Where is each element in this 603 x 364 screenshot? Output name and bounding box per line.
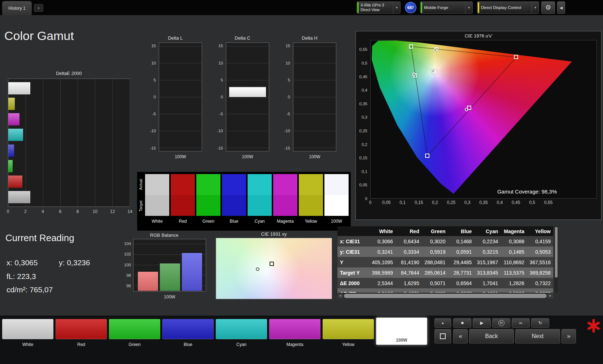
display-control-dropdown[interactable]: Direct Display Control ▼ bbox=[477, 1, 539, 14]
patch-button-magenta[interactable] bbox=[269, 319, 320, 339]
gridline bbox=[226, 148, 269, 148]
axis-tick: -15 bbox=[150, 146, 156, 150]
patch-label: 100W bbox=[376, 338, 427, 343]
scrollbar-thumb[interactable] bbox=[555, 227, 558, 278]
ddc-status-stripe bbox=[478, 2, 479, 13]
patch-button-yellow[interactable] bbox=[323, 319, 374, 339]
cell-value: 367,5516 bbox=[527, 257, 553, 267]
axis-tick: 0,2 bbox=[432, 200, 438, 205]
cell-value: 0,6564 bbox=[448, 278, 475, 288]
chevron-down-icon[interactable]: ▼ bbox=[393, 2, 400, 13]
x-axis-label: 100W bbox=[159, 154, 202, 159]
axis-tick: 100 bbox=[124, 263, 131, 267]
axis-tick: 12 bbox=[110, 209, 115, 214]
table-hscrollbar[interactable]: ◄ ► bbox=[337, 293, 553, 298]
scroll-up-button[interactable]: ▲ bbox=[434, 318, 451, 328]
patch-button-cyan[interactable] bbox=[216, 319, 267, 339]
gridline bbox=[134, 244, 206, 244]
patch-button-100w[interactable]: 100W bbox=[376, 318, 427, 345]
marker-target bbox=[270, 262, 274, 266]
scroll-right-icon[interactable]: ► bbox=[547, 293, 553, 298]
axis-tick: 5 bbox=[221, 78, 223, 82]
pattern-source-dropdown[interactable]: Mobile Forge ▼ bbox=[420, 1, 473, 14]
next-page-button[interactable]: » bbox=[562, 329, 576, 343]
patch-label: Red bbox=[56, 342, 107, 347]
swatch-label: Yellow bbox=[299, 219, 323, 224]
pattern-window-button[interactable] bbox=[434, 329, 451, 343]
cell-value: 405,1095 bbox=[369, 257, 396, 267]
swatch-label: Green bbox=[196, 219, 220, 224]
axis-tick: 0,55 bbox=[359, 47, 367, 52]
axis-tick: 0,05 bbox=[382, 200, 390, 205]
table-vscrollbar[interactable] bbox=[555, 226, 558, 293]
cell-value: 0,3020 bbox=[422, 236, 448, 247]
swatch-target bbox=[299, 195, 323, 216]
swatch-target bbox=[273, 195, 297, 216]
row-label: y: CIE31 bbox=[337, 247, 369, 257]
meter-dropdown[interactable]: X-Rite i1Pro 3Direct View ▼ bbox=[357, 1, 401, 14]
up-arrow-icon: ▲ bbox=[441, 321, 445, 325]
axis-tick: 2 bbox=[24, 209, 27, 214]
tab-history-1[interactable]: History 1 bbox=[2, 1, 32, 15]
axis-tick: 0,35 bbox=[479, 200, 488, 205]
delta-l-plot bbox=[159, 43, 202, 151]
patch-button-green[interactable] bbox=[109, 319, 160, 339]
cell-value: 8,8977 bbox=[448, 288, 475, 293]
back-button[interactable]: Back bbox=[469, 329, 514, 343]
add-tab-button[interactable]: + bbox=[34, 4, 43, 12]
axis-tick: 0 bbox=[288, 95, 290, 99]
patch-button-blue[interactable] bbox=[162, 319, 214, 339]
axis-tick: 0,4 bbox=[497, 200, 503, 205]
marker-magenta-actual bbox=[465, 108, 468, 111]
previous-page-button[interactable]: « bbox=[453, 329, 468, 343]
chevron-left-icon: ◀ bbox=[560, 6, 563, 10]
settings-button[interactable]: ⚙ bbox=[541, 1, 555, 14]
cell-value: 110,8692 bbox=[501, 257, 527, 267]
axis-tick: -15 bbox=[284, 146, 290, 150]
delta-h-yaxis: 151050-5-10-15 bbox=[282, 43, 292, 151]
axis-tick: 98 bbox=[126, 273, 131, 278]
deltae-bar-green bbox=[8, 160, 13, 172]
patch-label: Cyan bbox=[216, 342, 267, 347]
axis-tick: 0,1 bbox=[399, 200, 406, 205]
cell-value: 369,8258 bbox=[527, 267, 553, 278]
chevron-down-icon[interactable]: ▼ bbox=[465, 2, 472, 13]
transport-loop-button[interactable]: ∞ bbox=[512, 318, 530, 328]
cell-value: 3,9167 bbox=[369, 288, 396, 293]
table-row-x-cie31: x: CIE310,30660,64340,30200,14680,22340,… bbox=[337, 236, 553, 247]
scroll-left-icon[interactable]: ◄ bbox=[337, 293, 343, 298]
bottom-bar: ▲ « Back Next » WhiteRedGreenBlueCyanMag… bbox=[0, 316, 603, 364]
patch-label: Green bbox=[109, 342, 160, 347]
swatch-actual bbox=[145, 174, 169, 195]
cell-value: 0,3215 bbox=[474, 247, 501, 257]
table-row-y-cie31: y: CIE310,32410,33340,59190,05910,32150,… bbox=[337, 247, 553, 257]
chevron-down-icon[interactable]: ▼ bbox=[532, 2, 539, 13]
swatch-actual bbox=[248, 174, 272, 195]
collapse-panel-button[interactable]: ◀ bbox=[557, 1, 565, 14]
patch-button-white[interactable] bbox=[2, 319, 53, 339]
transport-hold-button[interactable]: H bbox=[492, 318, 510, 328]
deltae-bar-white bbox=[8, 82, 30, 94]
deltae2000-xticks: 02468101214 bbox=[8, 209, 130, 214]
patch-button-red[interactable] bbox=[56, 319, 107, 339]
deltae-bar-magenta bbox=[8, 113, 19, 125]
transport-play-button[interactable]: ▶ bbox=[473, 318, 491, 328]
next-button[interactable]: Next bbox=[515, 329, 560, 343]
delta-h-plot bbox=[293, 43, 336, 151]
asterisk-icon[interactable] bbox=[585, 318, 602, 334]
transport-refresh-button[interactable]: ↻ bbox=[531, 318, 549, 328]
swatch-label: White bbox=[145, 219, 169, 224]
top-bar: History 1 + X-Rite i1Pro 3Direct View ▼ … bbox=[0, 0, 603, 15]
reading-fl: fL: 223,3 bbox=[6, 272, 36, 281]
axis-tick: 10 bbox=[151, 61, 156, 65]
srgb-triangle bbox=[411, 46, 516, 156]
deltae-bar-red bbox=[8, 176, 22, 188]
transport-stop-button[interactable]: ■ bbox=[453, 318, 471, 328]
cell-value: 0,2234 bbox=[474, 236, 501, 247]
cell-value: 3,4268 bbox=[422, 288, 448, 293]
gridline bbox=[159, 114, 202, 114]
axis-tick: 0 bbox=[221, 95, 223, 99]
delta-c-yaxis: 151050-5-10-15 bbox=[215, 43, 224, 151]
cell-value: 2,5344 bbox=[369, 278, 396, 288]
scrollbar-thumb[interactable] bbox=[344, 294, 547, 298]
